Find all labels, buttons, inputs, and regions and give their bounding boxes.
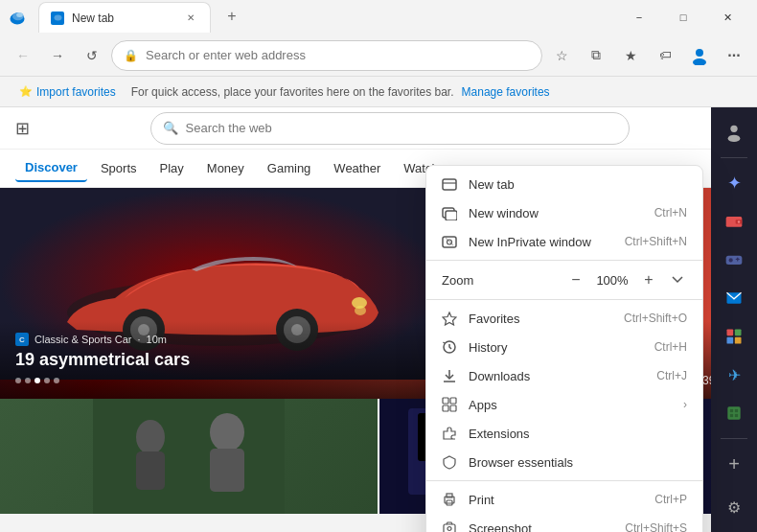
back-button[interactable]: ←: [8, 40, 38, 71]
svg-rect-57: [443, 398, 448, 404]
svg-rect-43: [730, 409, 733, 412]
apps-menu-icon: [442, 397, 457, 412]
sidebar-wallet-icon[interactable]: [717, 204, 751, 239]
lock-icon: 🔒: [124, 49, 138, 62]
favorites-button[interactable]: ☆: [546, 40, 577, 71]
svg-point-28: [730, 126, 737, 132]
sidebar-copilot-icon[interactable]: ✦: [717, 166, 751, 200]
tab-sports[interactable]: Sports: [91, 155, 147, 181]
import-label: Import favorites: [36, 85, 116, 99]
sidebar-minecraft-icon[interactable]: [717, 396, 751, 430]
svg-point-20: [210, 413, 244, 451]
refresh-button[interactable]: ↺: [77, 40, 107, 71]
maximize-button[interactable]: □: [661, 2, 705, 33]
svg-rect-58: [450, 398, 456, 404]
sidebar-office-icon[interactable]: [717, 319, 751, 354]
msn-search-bar[interactable]: 🔍: [150, 112, 630, 145]
thumb-1-bg: [0, 399, 378, 514]
dot-1: [15, 378, 21, 383]
sidebar-divider-1: [721, 157, 747, 158]
svg-point-2: [16, 12, 23, 17]
svg-rect-47: [443, 179, 456, 190]
sidebar-games-icon[interactable]: [717, 243, 751, 277]
svg-rect-63: [447, 494, 452, 497]
svg-rect-40: [727, 337, 734, 344]
hero-dots: [15, 378, 59, 383]
close-button[interactable]: ✕: [705, 2, 749, 33]
menu-divider-1: [426, 260, 702, 261]
history-shortcut: Ctrl+H: [654, 340, 687, 354]
svg-rect-60: [450, 405, 456, 411]
sidebar-outlook-icon[interactable]: [717, 281, 751, 315]
active-tab[interactable]: New tab ✕: [38, 2, 211, 33]
sidebar-settings-icon[interactable]: ⚙: [717, 490, 751, 524]
edge-logo-icon: [8, 8, 27, 27]
downloads-menu-icon: [442, 368, 457, 383]
inprivate-label: New InPrivate window: [469, 235, 613, 249]
tab-play[interactable]: Play: [150, 155, 194, 181]
import-favorites-button[interactable]: ⭐ Import favorites: [11, 83, 124, 101]
fav-star-button[interactable]: ★: [615, 40, 646, 71]
zoom-value: 100%: [595, 273, 630, 288]
svg-rect-41: [735, 337, 742, 344]
browser-essentials-menu-icon: [442, 454, 457, 470]
menu-screenshot[interactable]: Screenshot Ctrl+Shift+S: [426, 514, 702, 532]
context-menu: New tab New window Ctrl+N New InPrivate …: [425, 165, 703, 532]
tab-discover[interactable]: Discover: [15, 154, 87, 182]
address-input[interactable]: [146, 48, 530, 62]
history-menu-icon: [442, 339, 457, 355]
svg-rect-59: [443, 405, 448, 411]
source-time-value: 10m: [147, 334, 167, 345]
content-area: ⊞ 🔍 Discover Sports Play Money Gaming We…: [0, 107, 757, 532]
menu-new-tab[interactable]: New tab: [426, 170, 702, 198]
inprivate-menu-icon: [442, 234, 457, 249]
new-tab-button[interactable]: +: [218, 3, 245, 30]
tab-money[interactable]: Money: [197, 155, 254, 181]
coupon-button[interactable]: 🏷: [650, 40, 680, 71]
tab-weather[interactable]: Weather: [324, 155, 390, 181]
collections-button[interactable]: ⧉: [581, 40, 611, 71]
menu-history[interactable]: History Ctrl+H: [426, 333, 702, 361]
favorites-menu-icon: [442, 311, 457, 326]
menu-downloads[interactable]: Downloads Ctrl+J: [426, 361, 702, 390]
source-name: Classic & Sports Car: [34, 334, 131, 345]
screenshot-label: Screenshot: [469, 521, 613, 533]
thumb-1[interactable]: [0, 399, 379, 514]
favorites-shortcut: Ctrl+Shift+O: [624, 312, 687, 325]
zoom-label: Zoom: [442, 273, 557, 288]
menu-new-inprivate[interactable]: New InPrivate window Ctrl+Shift+N: [426, 227, 702, 256]
menu-apps[interactable]: Apps ›: [426, 390, 702, 419]
zoom-plus-button[interactable]: +: [637, 268, 660, 291]
forward-button[interactable]: →: [42, 40, 73, 71]
sidebar-telegram-icon[interactable]: ✈: [717, 358, 751, 392]
zoom-minus-button[interactable]: −: [564, 268, 587, 291]
favorites-prompt: For quick access, place your favorites h…: [131, 85, 454, 99]
menu-browser-essentials[interactable]: Browser essentials: [426, 448, 702, 476]
browser-essentials-label: Browser essentials: [469, 455, 687, 470]
minimize-button[interactable]: −: [617, 2, 661, 33]
tab-close-button[interactable]: ✕: [183, 11, 198, 26]
inprivate-shortcut: Ctrl+Shift+N: [625, 235, 687, 248]
zoom-expand-button[interactable]: [668, 270, 687, 289]
more-button[interactable]: ···: [719, 40, 749, 71]
svg-rect-45: [730, 414, 733, 417]
favorites-bar: ⭐ Import favorites For quick access, pla…: [0, 77, 757, 107]
sidebar-add-button[interactable]: +: [717, 447, 751, 481]
menu-new-window[interactable]: New window Ctrl+N: [426, 198, 702, 227]
new-tab-menu-icon: [442, 176, 457, 192]
manage-favorites-link[interactable]: Manage favorites: [462, 85, 550, 99]
msn-search-input[interactable]: [186, 121, 617, 135]
new-tab-label: New tab: [469, 177, 687, 192]
window-controls: − □ ✕: [617, 2, 749, 33]
profile-button[interactable]: [684, 40, 715, 71]
sidebar-profile-icon[interactable]: [717, 115, 751, 150]
sidebar-divider-2: [721, 438, 747, 439]
menu-extensions[interactable]: Extensions: [426, 419, 702, 448]
svg-rect-50: [446, 211, 457, 220]
dot-4: [44, 378, 50, 383]
apps-grid-icon[interactable]: ⊞: [15, 118, 30, 139]
tab-gaming[interactable]: Gaming: [258, 155, 321, 181]
address-bar[interactable]: 🔒: [111, 40, 542, 71]
menu-print[interactable]: Print Ctrl+P: [426, 485, 702, 514]
menu-favorites[interactable]: Favorites Ctrl+Shift+O: [426, 304, 702, 333]
